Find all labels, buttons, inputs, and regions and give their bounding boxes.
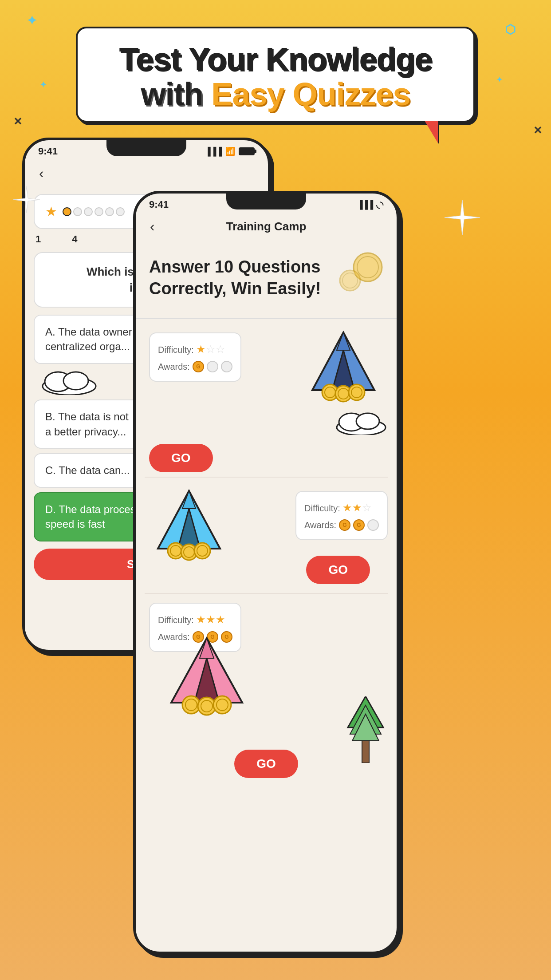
go-button-3[interactable]: GO — [234, 750, 298, 778]
progress-total: 4 — [72, 233, 77, 245]
award-coin-empty-3 — [367, 519, 379, 531]
star-decoration-3: ✦ — [40, 80, 47, 90]
star-decoration-2: ⬡ — [505, 22, 516, 37]
phone-back-status-bar: 9:41 ▐▐▐ 📶 — [25, 140, 268, 157]
wifi-icon-front: ◟◝ — [376, 199, 383, 210]
phone-front-time: 9:41 — [149, 199, 169, 210]
prog-dot-4 — [94, 207, 103, 216]
awards-row-1: Awards: G — [158, 359, 232, 375]
award-coin-2a: G — [339, 519, 350, 531]
phone-back-nav: ‹ — [25, 157, 268, 190]
awards-row-2: Awards: G G — [304, 517, 379, 533]
hero-line2-normal: with — [141, 76, 211, 112]
phone-front-status-bar: 9:41 ▐▐▐ ◟◝ — [136, 194, 397, 210]
phone-front-status-icons: ▐▐▐ ◟◝ — [357, 199, 383, 210]
phone-front: 9:41 ▐▐▐ ◟◝ ‹ Training Camp Answer 10 Qu… — [133, 191, 399, 954]
tent-illustration-2 — [149, 482, 229, 564]
diff-label-3: Difficulty: ★★★ — [158, 610, 232, 629]
prog-dot-3 — [84, 207, 93, 216]
award-coin-2b: G — [353, 519, 365, 531]
star-decoration-4: ✦ — [496, 75, 502, 84]
award-coin-empty-2 — [221, 361, 232, 372]
award-coin-1: G — [193, 361, 204, 372]
award-coin-empty-1 — [207, 361, 218, 372]
prog-dot-2 — [73, 207, 82, 216]
tent-illustration-1 — [303, 324, 383, 405]
sparkle-decoration-2 — [445, 200, 480, 237]
sparkle-decoration-1 — [13, 186, 40, 215]
prog-dot-6 — [116, 207, 125, 216]
diff-card-1: Difficulty: ★☆☆ Awards: G — [149, 332, 241, 382]
prog-dot-5 — [105, 207, 114, 216]
phone-back-status-icons: ▐▐▐ 📶 — [205, 146, 255, 156]
coin-deco-2 — [339, 269, 361, 293]
diff-label-2: Difficulty: ★★☆ — [304, 498, 379, 517]
prog-dot-1 — [63, 207, 71, 216]
camp-section-1: Difficulty: ★☆☆ Awards: G — [136, 319, 397, 477]
go-button-wrapper-1: GO — [149, 444, 383, 472]
star-decoration-1: ✦ — [27, 13, 37, 28]
go-button-wrapper-2: GO — [306, 556, 370, 584]
battery-icon — [239, 147, 255, 155]
diff-label-1: Difficulty: ★☆☆ — [158, 340, 232, 359]
svg-point-2 — [63, 372, 88, 390]
phone-front-nav: ‹ Training Camp — [136, 210, 397, 243]
tree-decoration-front — [343, 696, 388, 765]
hero-line2-highlight: Easy Quizzes — [211, 76, 410, 112]
plus-decoration-2: ✕ — [533, 124, 542, 137]
back-button-back-phone[interactable]: ‹ — [34, 162, 49, 185]
hero-title-line2: with Easy Quizzes — [100, 77, 451, 112]
tent-illustration-3 — [162, 629, 251, 720]
signal-icon: ▐▐▐ — [205, 147, 222, 156]
progress-current: 1 — [35, 233, 41, 245]
camp-section-3: Difficulty: ★★★ Awards: G G G — [136, 594, 397, 782]
phone-back-time: 9:41 — [38, 146, 58, 157]
go-button-1[interactable]: GO — [149, 444, 213, 472]
wifi-icon: 📶 — [225, 146, 235, 156]
plus-decoration-1: ✕ — [13, 115, 22, 128]
go-button-2[interactable]: GO — [306, 556, 370, 584]
svg-point-21 — [356, 413, 379, 429]
signal-icon-front: ▐▐▐ — [357, 200, 373, 209]
back-button-front-phone[interactable]: ‹ — [145, 215, 160, 238]
front-nav-title: Training Camp — [226, 220, 307, 233]
progress-star-filled: ★ — [45, 204, 57, 219]
hero-title-line1: Test Your Knowledge — [100, 42, 451, 77]
hero-banner: Test Your Knowledge with Easy Quizzes — [76, 27, 475, 122]
front-hero-section: Answer 10 QuestionsCorrectly, Win Easily… — [136, 243, 397, 319]
cloud-front-1 — [335, 411, 388, 437]
diff-card-2: Difficulty: ★★☆ Awards: G G — [295, 491, 388, 540]
svg-rect-40 — [362, 739, 369, 763]
camp-section-2: Difficulty: ★★☆ Awards: G G GO — [136, 478, 397, 593]
